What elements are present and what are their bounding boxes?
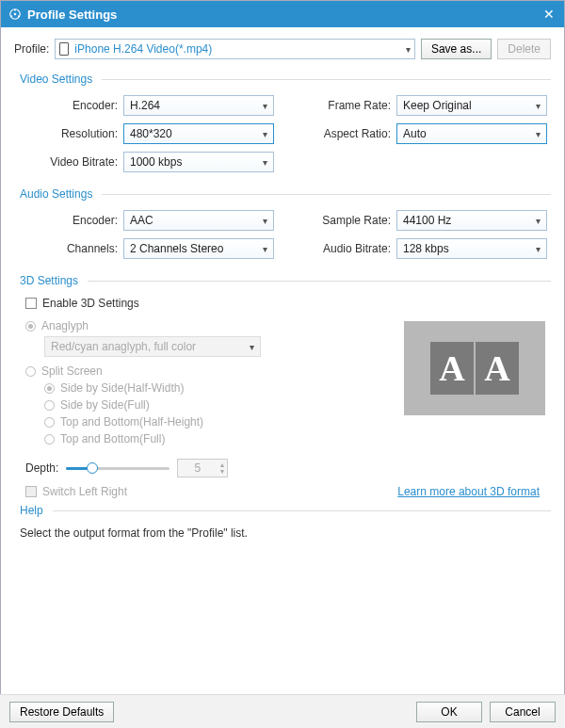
audio-bitrate-select[interactable]: 128 kbps▾ — [396, 238, 547, 259]
3d-preview: AA — [404, 321, 545, 415]
ok-button[interactable]: OK — [416, 702, 482, 722]
video-encoder-label: Encoder: — [20, 99, 123, 112]
switch-lr-checkbox — [25, 486, 37, 497]
resolution-select[interactable]: 480*320▾ — [123, 123, 274, 144]
chevron-up-icon: ▲ — [218, 461, 225, 468]
video-settings-title: Video Settings — [20, 73, 551, 86]
audio-bitrate-label: Audio Bitrate: — [302, 242, 396, 255]
enable-3d-label: Enable 3D Settings — [42, 297, 139, 310]
sample-rate-label: Sample Rate: — [302, 214, 396, 227]
sbs-half-radio — [44, 383, 55, 394]
anaglyph-label: Anaglyph — [41, 319, 89, 332]
svg-point-4 — [10, 15, 12, 17]
titlebar: Profile Settings ✕ — [1, 1, 564, 27]
profile-value: iPhone H.264 Video(*.mp4) — [74, 42, 406, 56]
app-icon — [8, 8, 22, 21]
split-screen-label: Split Screen — [41, 364, 103, 378]
aspect-ratio-label: Aspect Ratio: — [302, 127, 396, 140]
tb-half-radio — [44, 417, 55, 428]
audio-encoder-select[interactable]: AAC▾ — [123, 210, 274, 231]
chevron-down-icon: ▾ — [536, 216, 541, 226]
save-as-button[interactable]: Save as... — [421, 39, 492, 59]
audio-settings-group: Audio Settings Encoder: AAC▾ Sample Rate… — [14, 187, 551, 268]
video-bitrate-label: Video Bitrate: — [20, 155, 123, 169]
tb-half-label: Top and Bottom(Half-Height) — [60, 415, 203, 429]
resolution-label: Resolution: — [20, 127, 123, 140]
sbs-full-label: Side by Side(Full) — [60, 398, 150, 412]
3d-settings-group: 3D Settings Enable 3D Settings Anaglyph … — [14, 274, 551, 498]
help-title: Help — [20, 504, 551, 517]
depth-slider — [66, 461, 170, 475]
profile-row: Profile: iPhone H.264 Video(*.mp4) ▾ Sav… — [14, 35, 551, 69]
chevron-down-icon: ▾ — [263, 101, 267, 111]
audio-encoder-label: Encoder: — [20, 214, 123, 227]
tb-full-label: Top and Bottom(Full) — [60, 432, 165, 445]
video-bitrate-select[interactable]: 1000 kbps▾ — [123, 152, 274, 172]
frame-rate-select[interactable]: Keep Original▾ — [396, 95, 547, 116]
frame-rate-label: Frame Rate: — [302, 99, 396, 112]
chevron-down-icon: ▾ — [536, 129, 541, 139]
3d-settings-title: 3D Settings — [20, 274, 551, 287]
video-settings-group: Video Settings Encoder: H.264▾ Frame Rat… — [14, 73, 551, 182]
sbs-half-label: Side by Side(Half-Width) — [60, 381, 184, 395]
switch-lr-label: Switch Left Right — [42, 485, 127, 498]
learn-more-link[interactable]: Learn more about 3D format — [397, 485, 540, 498]
depth-spinner: 5 ▲▼ — [177, 459, 228, 477]
chevron-down-icon: ▾ — [263, 216, 267, 226]
chevron-down-icon: ▼ — [218, 468, 225, 475]
aspect-ratio-select[interactable]: Auto▾ — [396, 123, 547, 144]
delete-button: Delete — [497, 39, 551, 59]
device-icon — [59, 42, 69, 56]
chevron-down-icon: ▾ — [263, 157, 267, 168]
chevron-down-icon: ▾ — [536, 244, 541, 254]
help-group: Help Select the output format from the "… — [14, 504, 551, 549]
tb-full-radio — [44, 434, 55, 445]
sample-rate-select[interactable]: 44100 Hz▾ — [396, 210, 547, 231]
help-text: Select the output format from the "Profi… — [14, 517, 551, 549]
depth-label: Depth: — [25, 461, 58, 475]
audio-settings-title: Audio Settings — [20, 187, 551, 201]
cancel-button[interactable]: Cancel — [490, 702, 556, 722]
channels-label: Channels: — [20, 242, 123, 255]
window-title: Profile Settings — [27, 8, 541, 22]
anaglyph-radio — [25, 321, 36, 332]
chevron-down-icon: ▾ — [406, 44, 411, 55]
profile-select[interactable]: iPhone H.264 Video(*.mp4) ▾ — [55, 39, 415, 59]
profile-label: Profile: — [14, 42, 49, 56]
restore-defaults-button[interactable]: Restore Defaults — [9, 702, 114, 722]
close-icon[interactable]: ✕ — [541, 7, 557, 22]
svg-point-3 — [18, 15, 20, 17]
chevron-down-icon: ▾ — [536, 101, 541, 111]
channels-select[interactable]: 2 Channels Stereo▾ — [123, 238, 274, 259]
footer: Restore Defaults OK Cancel — [0, 694, 565, 728]
enable-3d-checkbox[interactable] — [25, 298, 37, 309]
chevron-down-icon: ▾ — [263, 129, 267, 139]
video-encoder-select[interactable]: H.264▾ — [123, 95, 274, 116]
chevron-down-icon: ▾ — [250, 342, 254, 352]
chevron-down-icon: ▾ — [263, 244, 267, 254]
svg-point-2 — [14, 9, 16, 11]
sbs-full-radio — [44, 400, 55, 411]
svg-point-1 — [14, 13, 17, 16]
anaglyph-mode-select: Red/cyan anaglyph, full color▾ — [44, 336, 261, 357]
split-screen-radio — [25, 366, 36, 377]
